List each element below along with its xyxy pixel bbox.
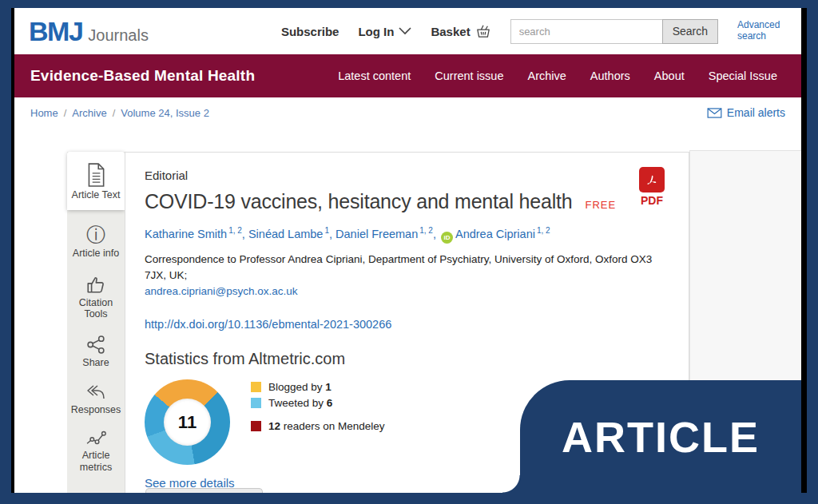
- author-affiliations: 1, 2: [419, 226, 433, 235]
- sidebar-label: Article Text: [72, 189, 121, 200]
- bmj-logo-text: BMJ: [29, 16, 82, 47]
- sidebar-item-share[interactable]: Share: [67, 327, 125, 375]
- basket-label: Basket: [431, 25, 470, 38]
- subscribe-label: Subscribe: [281, 25, 340, 38]
- article-section-label: Editorial: [145, 169, 669, 182]
- doi-link[interactable]: http://dx.doi.org/10.1136/ebmental-2021-…: [145, 318, 391, 331]
- breadcrumb-home[interactable]: Home: [30, 107, 58, 119]
- document-icon: [85, 163, 106, 187]
- sidebar-item-article-metrics[interactable]: Article metrics: [67, 422, 125, 479]
- article-overlay-badge: ARTICLE: [520, 380, 801, 493]
- correspondence-text: Correspondence to Professor Andrea Cipri…: [145, 252, 669, 284]
- journals-logo-text: Journals: [88, 26, 149, 45]
- altmetric-score: 11: [145, 379, 230, 465]
- legend-item-mendeley: 12 readers on Mendeley: [251, 420, 385, 432]
- search-input[interactable]: [510, 19, 662, 44]
- sidebar-item-alerts-partial[interactable]: [67, 487, 125, 493]
- altmetric-legend: Blogged by 1 Tweeted by 6 12 readers on …: [251, 379, 385, 436]
- breadcrumb-separator: /: [113, 107, 116, 119]
- author-list: Katharine Smith1, 2, Sinéad Lambe1, Dani…: [145, 226, 669, 244]
- journal-nav: Latest content Current issue Archive Aut…: [338, 69, 785, 82]
- article-title: COVID-19 vaccines, hesitancy and mental …: [145, 190, 573, 213]
- orcid-icon[interactable]: iD: [441, 232, 453, 244]
- sidebar-label: Article metrics: [69, 450, 123, 473]
- metrics-chart-icon: [85, 430, 107, 447]
- sidebar-label: Responses: [71, 404, 121, 415]
- journal-title: Evidence-Based Mental Health: [30, 67, 255, 85]
- envelope-icon: [707, 108, 722, 118]
- blogged-color-swatch: [251, 382, 261, 392]
- mendeley-color-swatch: [251, 421, 261, 431]
- author-separator: ,: [433, 228, 439, 240]
- pdf-icon: [639, 167, 665, 192]
- bmj-journals-logo[interactable]: BMJ Journals: [29, 16, 149, 47]
- sidebar-label: Article info: [73, 248, 119, 259]
- author-link[interactable]: Andrea Cipriani: [455, 228, 535, 240]
- overlay-badge-text: ARTICLE: [562, 412, 760, 462]
- article-tools-sidebar: Article Text ⓘ Article info Citation Too…: [67, 152, 125, 493]
- correspondence-email-link[interactable]: andrea.cipriani@psych.ox.ac.uk: [145, 285, 298, 297]
- sidebar-item-citation-tools[interactable]: Citation Tools: [67, 266, 125, 327]
- author-link[interactable]: Daniel Freeman: [336, 228, 418, 240]
- legend-item-blogged: Blogged by 1: [251, 381, 385, 393]
- author-link[interactable]: Katharine Smith: [145, 228, 227, 240]
- subscribe-link[interactable]: Subscribe: [281, 25, 340, 38]
- reply-arrows-icon: [85, 383, 106, 402]
- sidebar-label: Share: [82, 357, 109, 368]
- sidebar-item-responses[interactable]: Responses: [67, 375, 125, 422]
- author-separator: ,: [329, 228, 336, 240]
- tweeted-color-swatch: [251, 398, 261, 408]
- basket-icon: [475, 24, 491, 38]
- nav-latest-content[interactable]: Latest content: [338, 69, 411, 82]
- free-access-badge: FREE: [586, 199, 617, 211]
- pdf-label: PDF: [636, 194, 668, 207]
- nav-about[interactable]: About: [654, 69, 685, 82]
- sidebar-item-article-info[interactable]: ⓘ Article info: [67, 216, 125, 265]
- nav-archive[interactable]: Archive: [528, 69, 566, 82]
- info-icon: ⓘ: [86, 224, 105, 245]
- advanced-search-link[interactable]: Advanced search: [737, 20, 787, 42]
- page-frame: BMJ Journals Subscribe Log In Basket Sea…: [11, 8, 807, 493]
- share-icon: [86, 335, 106, 355]
- legend-item-tweeted: Tweeted by 6: [251, 397, 385, 409]
- login-label: Log In: [358, 25, 394, 38]
- partial-button-cutoff[interactable]: [145, 488, 263, 493]
- sidebar-label: Citation Tools: [69, 297, 123, 320]
- altmetric-donut[interactable]: 11: [145, 379, 230, 465]
- breadcrumb-volume-issue[interactable]: Volume 24, Issue 2: [121, 107, 209, 119]
- breadcrumb-separator: /: [64, 107, 67, 119]
- author-affiliations: 1, 2: [537, 226, 550, 235]
- sidebar-item-article-text[interactable]: Article Text: [67, 152, 125, 210]
- overlay-corner-fillet: [502, 475, 520, 493]
- breadcrumb-archive[interactable]: Archive: [72, 107, 106, 119]
- search-button[interactable]: Search: [662, 19, 718, 44]
- chevron-down-icon: [399, 27, 411, 35]
- site-header: BMJ Journals Subscribe Log In Basket Sea…: [14, 8, 801, 54]
- author-link[interactable]: Sinéad Lambe: [248, 228, 324, 240]
- nav-authors[interactable]: Authors: [590, 69, 630, 82]
- basket-link[interactable]: Basket: [431, 24, 490, 38]
- journal-bar: Evidence-Based Mental Health Latest cont…: [14, 54, 801, 97]
- author-separator: ,: [242, 228, 248, 240]
- altmetric-heading: Statistics from Altmetric.com: [145, 350, 669, 368]
- login-menu[interactable]: Log In: [358, 25, 411, 38]
- nav-special-issue[interactable]: Special Issue: [709, 69, 777, 82]
- breadcrumb: Home / Archive / Volume 24, Issue 2 Emai…: [14, 97, 801, 128]
- email-alerts-link[interactable]: Email alerts: [707, 106, 785, 119]
- author-affiliations: 1, 2: [228, 226, 242, 235]
- nav-current-issue[interactable]: Current issue: [435, 69, 503, 82]
- email-alerts-label: Email alerts: [727, 106, 785, 119]
- download-pdf-button[interactable]: PDF: [636, 167, 668, 207]
- thumbs-up-icon: [85, 274, 106, 295]
